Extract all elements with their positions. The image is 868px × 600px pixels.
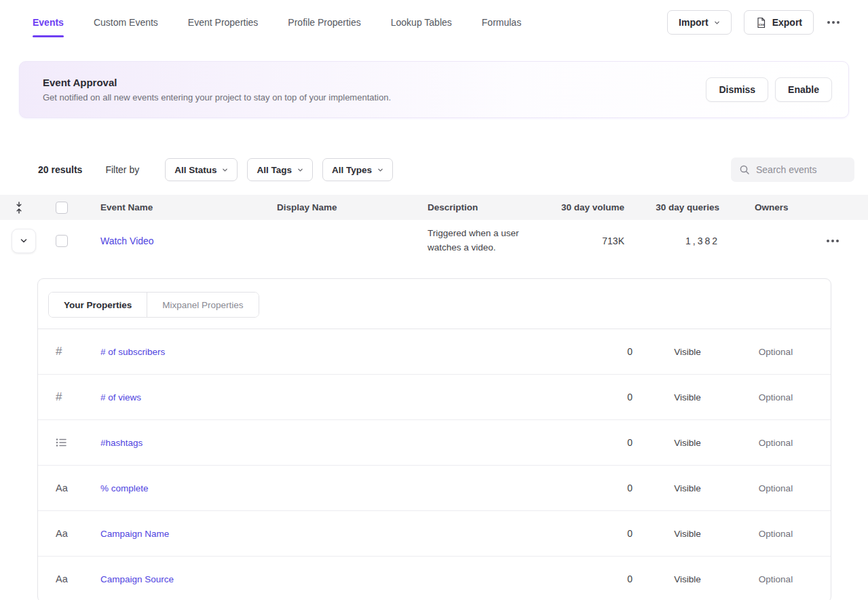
top-navigation: Events Custom Events Event Properties Pr… (0, 0, 868, 45)
tab-events[interactable]: Events (33, 1, 64, 43)
tab-event-properties[interactable]: Event Properties (188, 1, 259, 43)
property-value: 0 (589, 392, 643, 402)
property-value: 0 (589, 437, 643, 448)
event-approval-banner: Event Approval Get notified on all new e… (19, 61, 849, 118)
tags-filter-label: All Tags (257, 165, 292, 175)
property-value: 0 (589, 574, 643, 584)
property-visibility: Visible (643, 574, 732, 584)
types-filter-label: All Types (332, 165, 372, 175)
text-type-icon: Aa (56, 483, 68, 493)
dismiss-button[interactable]: Dismiss (706, 77, 768, 102)
hash-icon: # (56, 345, 62, 358)
property-link[interactable]: # of views (100, 392, 141, 402)
event-30-day-volume: 713K (556, 236, 645, 246)
text-type-icon: Aa (56, 574, 68, 584)
tab-lookup-tables[interactable]: Lookup Tables (391, 1, 452, 43)
property-link[interactable]: # of subscribers (100, 347, 165, 357)
import-button[interactable]: Import (667, 10, 732, 35)
property-value: 0 (589, 483, 643, 493)
property-requirement: Optional (732, 438, 820, 448)
properties-panel: Your Properties Mixpanel Properties # # … (37, 278, 831, 600)
property-row: Aa Campaign Name 0 Visible Optional (38, 511, 831, 557)
text-type-icon: Aa (56, 528, 68, 539)
column-30-day-volume: 30 day volume (556, 202, 645, 212)
import-button-label: Import (679, 17, 709, 28)
banner-actions: Dismiss Enable (706, 77, 832, 102)
column-description: Description (428, 202, 556, 212)
column-30-day-queries: 30 day queries (645, 202, 740, 212)
property-visibility: Visible (643, 483, 732, 493)
property-requirement: Optional (732, 483, 820, 493)
chevron-down-icon (714, 20, 720, 26)
property-value: 0 (589, 528, 643, 539)
event-name-link[interactable]: Watch Video (100, 236, 154, 246)
property-visibility: Visible (643, 529, 732, 539)
status-filter-label: All Status (174, 165, 216, 175)
property-row: Aa Campaign Source 0 Visible Optional (38, 557, 831, 600)
property-link[interactable]: #hashtags (100, 438, 143, 448)
column-event-name: Event Name (100, 202, 277, 212)
search-icon (739, 164, 750, 175)
tab-formulas[interactable]: Formulas (482, 1, 521, 43)
select-all-checkbox[interactable] (56, 202, 68, 214)
banner-title: Event Approval (43, 77, 391, 88)
chevron-down-icon (222, 167, 228, 173)
enable-button[interactable]: Enable (775, 77, 832, 102)
results-count: 20 results (38, 164, 82, 175)
status-filter-dropdown[interactable]: All Status (165, 158, 238, 181)
filter-by-label: Filter by (105, 164, 139, 175)
table-row: Watch Video Triggered when a user watche… (0, 220, 868, 262)
filter-bar: 20 results Filter by All Status All Tags… (38, 157, 854, 182)
property-row: # # of views 0 Visible Optional (38, 375, 831, 420)
more-options-icon[interactable] (826, 17, 841, 28)
property-requirement: Optional (732, 529, 820, 539)
column-owners: Owners (740, 202, 821, 212)
property-link[interactable]: Campaign Name (100, 529, 169, 539)
collapse-row-button[interactable] (12, 229, 36, 253)
property-requirement: Optional (732, 392, 820, 402)
list-icon (56, 438, 67, 447)
table-header: Event Name Display Name Description 30 d… (0, 195, 868, 220)
property-link[interactable]: % complete (100, 483, 149, 493)
svg-text:csv: csv (759, 22, 765, 26)
property-requirement: Optional (732, 574, 820, 584)
chevron-down-icon (377, 167, 383, 173)
column-display-name: Display Name (277, 202, 428, 212)
types-filter-dropdown[interactable]: All Types (322, 158, 393, 181)
chevron-down-icon (297, 167, 303, 173)
banner-text: Event Approval Get notified on all new e… (31, 77, 391, 102)
hash-icon: # (56, 390, 62, 404)
event-30-day-queries: 1,382 (645, 236, 740, 246)
property-link[interactable]: Campaign Source (100, 574, 174, 584)
event-description: Triggered when a user watches a video. (428, 227, 556, 255)
tab-mixpanel-properties[interactable]: Mixpanel Properties (147, 293, 258, 317)
tab-your-properties[interactable]: Your Properties (49, 293, 147, 317)
property-visibility: Visible (643, 438, 732, 448)
filter-dropdowns: All Status All Tags All Types (165, 158, 393, 181)
tab-custom-events[interactable]: Custom Events (94, 1, 158, 43)
nav-tabs: Events Custom Events Event Properties Pr… (33, 1, 521, 43)
search-input[interactable] (756, 164, 844, 175)
property-requirement: Optional (732, 347, 820, 357)
tab-profile-properties[interactable]: Profile Properties (288, 1, 360, 43)
export-button[interactable]: csv Export (744, 10, 814, 35)
export-button-label: Export (772, 17, 802, 28)
csv-file-icon: csv (755, 17, 767, 29)
property-row: # # of subscribers 0 Visible Optional (38, 329, 831, 375)
property-visibility: Visible (643, 347, 732, 357)
property-visibility: Visible (643, 392, 732, 402)
property-value: 0 (589, 346, 643, 357)
nav-actions: Import csv Export (667, 10, 841, 35)
collapse-rows-icon[interactable] (14, 202, 24, 214)
property-row: #hashtags 0 Visible Optional (38, 420, 831, 466)
chevron-down-icon (20, 237, 28, 245)
property-row: Aa % complete 0 Visible Optional (38, 466, 831, 511)
banner-description: Get notified on all new events entering … (43, 92, 391, 102)
tags-filter-dropdown[interactable]: All Tags (247, 158, 313, 181)
row-checkbox[interactable] (56, 235, 68, 247)
properties-tab-bar: Your Properties Mixpanel Properties (38, 279, 831, 329)
search-box (731, 157, 854, 182)
row-more-options-icon[interactable] (825, 236, 840, 246)
